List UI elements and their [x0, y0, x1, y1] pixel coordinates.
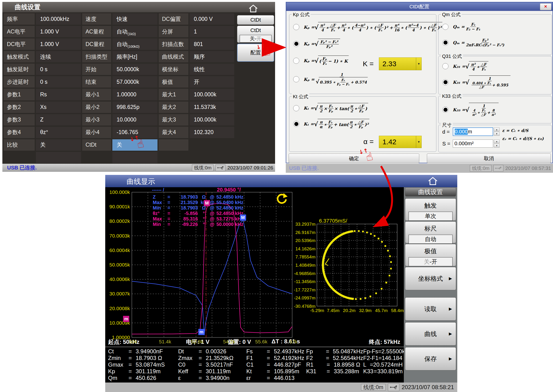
kt-option[interactable]: Kₜ = √πα ∗ FₛFₚ + tan(π2 ∗ △FFₚ)² — [289, 119, 436, 129]
s-spinner[interactable]: ▲▼ — [494, 140, 500, 147]
sidebar-button-触发[interactable]: 触发单次 — [405, 198, 456, 221]
d-input[interactable]: 0.000m — [453, 127, 493, 136]
mini-x-tick-label: 32.9m — [358, 308, 373, 313]
y-tick-label: 50.0005k — [109, 262, 130, 268]
sidebar-button-读取[interactable]: 读取► — [405, 297, 456, 321]
settings-value-cell[interactable]: 11.5373k — [190, 102, 234, 113]
k-constant-combo[interactable]: 2.33 ▼ — [379, 57, 422, 70]
settings-value-cell[interactable]: 998.625p — [112, 102, 158, 113]
settings-value-cell[interactable]: 100.000k — [190, 89, 234, 100]
alpha-constant-combo[interactable]: 1.42 ▼ — [379, 136, 422, 148]
settings-value-cell[interactable]: θz° — [36, 127, 81, 138]
settings-value-cell[interactable]: 801 — [190, 38, 234, 50]
home-icon[interactable] — [427, 176, 438, 186]
radio-checked-icon[interactable] — [293, 121, 299, 127]
home-icon[interactable] — [248, 4, 259, 13]
settings-value-cell[interactable]: 自动(1kΩ) — [112, 26, 158, 37]
q31-option[interactable]: K₃₁ = √π²4 ∗ △FFₛ — [438, 61, 552, 71]
radio-unchecked-icon[interactable] — [293, 24, 299, 30]
kp-option[interactable]: Kₚ = √π²4 ∗ △FFₛ + π²4 ∗ (4−π²4) ∗ (△FFₛ… — [289, 22, 436, 32]
d-spinner[interactable]: ▲▼ — [494, 128, 500, 136]
radio-checked-icon[interactable] — [442, 106, 448, 113]
settings-value-cell[interactable] — [112, 152, 158, 163]
k33-option[interactable]: K₃₃ = √14π² ∗ Fₛ△F + 8π² — [438, 103, 552, 117]
settings-label-cell: 最小3 — [82, 114, 111, 126]
settings-value-cell[interactable]: 1.000 V — [36, 26, 81, 37]
settings-value-cell[interactable]: 102.320 — [190, 127, 234, 138]
settings-value-cell[interactable]: 0.000 V — [190, 13, 234, 25]
settings-label-cell: 最小2 — [82, 102, 111, 113]
close-icon[interactable]: ✕ — [540, 3, 551, 10]
settings-value-cell[interactable]: 顺序 — [190, 51, 234, 63]
dialog-titlebar: CtDt配置 — [286, 2, 553, 11]
trace-marker-M[interactable]: M — [204, 200, 210, 206]
qm-option[interactable]: Qₘ = FₛF₂ − F₁ — [438, 22, 552, 31]
y-tick-label: 90.0001k — [109, 204, 130, 210]
trace-marker-m[interactable]: m — [198, 329, 205, 335]
settings-value-cell[interactable]: Rs — [36, 89, 81, 100]
settings-value-cell[interactable]: Xs — [36, 102, 81, 113]
radio-checked-icon[interactable] — [293, 41, 299, 47]
display-sidebar: 曲线设置触发单次标尺自动极值关-开坐标格式►读取►曲线►保存► — [404, 187, 457, 383]
settings-label-cell: 最大2 — [159, 102, 188, 113]
settings-value-cell[interactable]: 1 — [190, 26, 234, 37]
settings-value-cell[interactable]: 自动(100kΩ) — [112, 38, 158, 50]
kp-option[interactable]: Kₚ = √Fₚ² − Fₛ²Fₚ² — [289, 39, 436, 49]
sidebar-button-极值[interactable]: 极值关-开 — [405, 244, 456, 266]
settings-value-cell[interactable]: 快速 — [112, 13, 158, 25]
radio-unchecked-icon[interactable] — [442, 24, 448, 30]
chevron-down-icon[interactable]: ▼ — [416, 136, 421, 148]
x-tick-label: 52.8k — [190, 339, 204, 344]
settings-value-cell[interactable]: 57.0000k — [112, 76, 158, 88]
kt-option[interactable]: Kₜ = √π2 × FₛFₚ × tan(π2 ∗ △FFₚ) — [289, 103, 436, 113]
settings-value-cell[interactable] — [190, 152, 234, 163]
settings-value-cell[interactable]: 频率[Hz] — [112, 51, 158, 63]
trace-marker-M[interactable]: M — [240, 215, 246, 221]
settings-value-cell[interactable]: 50.0000k — [112, 63, 158, 75]
settings-value-cell[interactable]: 开 — [190, 76, 234, 88]
settings-value-cell[interactable]: 0 s — [36, 76, 81, 88]
settings-value-cell[interactable]: 100.000kHz — [36, 13, 81, 25]
radio-unchecked-icon[interactable] — [293, 105, 299, 111]
result-cell: εr=446.013 — [246, 375, 306, 381]
sidebar-button-保存[interactable]: 保存► — [405, 347, 456, 371]
kp-option[interactable]: Kₚ = 1√0.395 ∗ FₛFₚ − Fₛ + 0.574 — [289, 72, 436, 86]
result-cell — [306, 375, 363, 381]
ctdt-config-dialog: CtDt配置 ✕ Kp 公式 Kₚ = √π²4 ∗ △FFₛ + π²4 ∗ … — [286, 2, 553, 163]
settings-value-cell[interactable] — [190, 139, 234, 151]
sidebar-button-坐标格式[interactable]: 坐标格式► — [405, 267, 456, 290]
ctdt-toggle-button[interactable]: CtDt 关-开 — [237, 26, 274, 43]
settings-value-cell[interactable]: 1.000 V — [36, 38, 81, 50]
settings-value-cell[interactable]: 1.00000 — [112, 89, 158, 100]
settings-value-cell[interactable]: 连续 — [36, 51, 81, 63]
ok-button[interactable]: 确定 — [289, 154, 419, 163]
mini-y-tick-label: 7.78554m — [295, 254, 316, 259]
q31-option[interactable]: K₃₁ = √10.404 ∗ Fₛ△F + 0.595 — [438, 76, 552, 89]
settings-value-cell[interactable]: 100.000k — [190, 114, 234, 126]
qm-option[interactable]: Qₘ = Fₚ²2πFₛRCₜ(Fₚ² − Fₛ²) — [438, 38, 552, 47]
chevron-down-icon[interactable]: ▼ — [416, 58, 421, 70]
settings-value-cell[interactable] — [36, 152, 81, 163]
rotate-icon[interactable] — [275, 192, 289, 206]
mini-x-tick-label: -5.29m — [310, 308, 324, 313]
settings-value-cell[interactable]: Z — [36, 114, 81, 126]
settings-value-cell[interactable]: 关 — [36, 139, 81, 151]
settings-value-cell[interactable]: 0 s — [36, 63, 81, 75]
cancel-button[interactable]: 取消 — [427, 154, 551, 163]
s-input[interactable]: 0.000m² — [453, 140, 493, 147]
sidebar-button-标尺[interactable]: 标尺自动 — [405, 221, 456, 243]
settings-label-cell: 曲线模式 — [159, 51, 188, 63]
mini-x-tick-label: 20.2m — [342, 308, 357, 313]
radio-unchecked-icon[interactable] — [442, 63, 448, 69]
radio-unchecked-icon[interactable] — [293, 76, 299, 82]
radio-checked-icon[interactable] — [442, 40, 448, 46]
settings-value-cell[interactable]: 10.0000 — [112, 114, 158, 126]
trace-marker-m[interactable]: m — [123, 316, 129, 322]
dialog-statusbar: USB 已连接. 线缆:0m 2023/10/07 08:57:31 — [286, 164, 553, 173]
radio-unchecked-icon[interactable] — [293, 58, 299, 64]
settings-value-cell[interactable]: 线性 — [190, 63, 234, 75]
magenta-scale-label: 20.9450 °/ — [217, 187, 241, 193]
radio-checked-icon[interactable] — [442, 79, 448, 85]
curve-settings-title: 曲线设置 — [2, 2, 275, 12]
sidebar-button-曲线[interactable]: 曲线► — [405, 322, 456, 345]
